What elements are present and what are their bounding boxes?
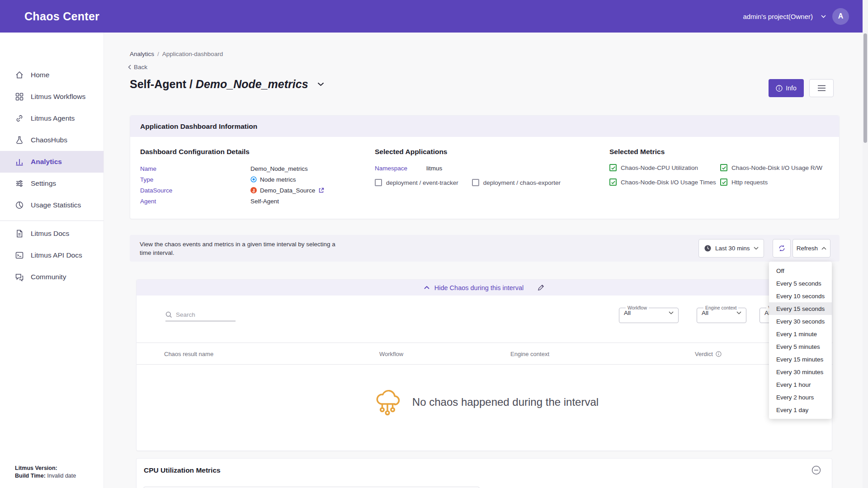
checkbox-label: Chaos-Node-Disk I/O Usage Times bbox=[621, 179, 716, 186]
sidebar-item-label: Community bbox=[31, 273, 66, 281]
refresh-option[interactable]: Every 2 hours bbox=[769, 391, 832, 404]
checkbox-unchecked-icon[interactable] bbox=[472, 179, 479, 186]
external-link-icon[interactable] bbox=[318, 188, 324, 193]
chaos-toggle-label: Hide Chaos during this interval bbox=[434, 284, 524, 291]
sidebar-nav: Home Litmus Workflows Litmus Agents Chao… bbox=[0, 33, 104, 288]
application-checkbox-item: deployment / chaos-exporter bbox=[472, 179, 561, 186]
chevron-up-icon bbox=[821, 247, 826, 250]
metric-checkbox-item: Chaos-Node-CPU Utilization bbox=[609, 164, 720, 171]
config-label: Type bbox=[140, 176, 250, 183]
refresh-option[interactable]: Every 30 seconds bbox=[769, 315, 832, 328]
sidebar-item-home[interactable]: Home bbox=[0, 64, 104, 86]
collapse-chevron-up-icon bbox=[424, 286, 429, 289]
community-icon bbox=[15, 272, 24, 282]
sidebar-item-litmus-api-docs[interactable]: Litmus API Docs bbox=[0, 244, 104, 266]
chaos-interval-toggle[interactable]: Hide Chaos during this interval bbox=[137, 280, 832, 296]
sidebar: Home Litmus Workflows Litmus Agents Chao… bbox=[0, 33, 104, 488]
page-title-prefix: Self-Agent / bbox=[130, 78, 196, 90]
chevron-down-icon bbox=[669, 311, 674, 314]
info-button[interactable]: Info bbox=[769, 79, 804, 97]
node-metrics-icon bbox=[250, 176, 257, 183]
sidebar-item-label: Home bbox=[31, 71, 49, 79]
sidebar-item-label: Settings bbox=[31, 179, 56, 188]
scrollbar-thumb[interactable] bbox=[863, 33, 867, 143]
dashboard-switch-chevron-down-icon[interactable] bbox=[317, 82, 324, 86]
column-header-verdict: Verdict bbox=[695, 351, 722, 357]
time-range-select[interactable]: Last 30 mins bbox=[698, 239, 764, 258]
refresh-now-button[interactable] bbox=[773, 239, 791, 258]
sidebar-item-chaoshubs[interactable]: ChaosHubs bbox=[0, 129, 104, 151]
scrollbar-track[interactable] bbox=[863, 0, 868, 488]
sidebar-item-community[interactable]: Community bbox=[0, 266, 104, 288]
sidebar-item-label: ChaosHubs bbox=[31, 136, 67, 144]
dashboard-config-section: Dashboard Configuration Details Name Dem… bbox=[140, 148, 324, 206]
refresh-option-selected[interactable]: Every 15 seconds bbox=[769, 302, 832, 315]
avatar[interactable]: A bbox=[832, 8, 849, 25]
config-value: Demo_Node_metrics bbox=[250, 165, 308, 172]
chaos-cloud-icon bbox=[371, 387, 404, 417]
chaos-table-header: Chaos result name Workflow Engine contex… bbox=[137, 343, 833, 365]
checkbox-checked-icon[interactable] bbox=[609, 164, 617, 171]
options-menu-button[interactable] bbox=[809, 79, 834, 97]
refresh-icon bbox=[778, 244, 786, 253]
prometheus-icon bbox=[250, 187, 257, 193]
column-header: Chaos result name bbox=[164, 351, 213, 357]
sidebar-item-label: Litmus Agents bbox=[31, 114, 75, 122]
refresh-option[interactable]: Every 15 minutes bbox=[769, 353, 832, 366]
refresh-option[interactable]: Every 1 hour bbox=[769, 378, 832, 391]
dashboard-info-body: Dashboard Configuration Details Name Dem… bbox=[130, 137, 839, 220]
refresh-option[interactable]: Every 5 seconds bbox=[769, 277, 832, 290]
settings-icon bbox=[15, 179, 24, 188]
build-time-label: Build Time: bbox=[15, 473, 46, 479]
checkbox-checked-icon[interactable] bbox=[720, 164, 727, 171]
back-button[interactable]: Back bbox=[128, 64, 147, 70]
cpu-metrics-title: CPU Utilization Metrics bbox=[144, 466, 221, 474]
refresh-option[interactable]: Every 1 day bbox=[769, 404, 832, 416]
sidebar-item-settings[interactable]: Settings bbox=[0, 173, 104, 194]
workflows-icon bbox=[15, 92, 24, 101]
sidebar-item-label: Litmus Docs bbox=[31, 230, 69, 238]
search-input[interactable] bbox=[176, 311, 230, 318]
info-icon[interactable] bbox=[716, 351, 722, 357]
config-row-datasource: DataSource Demo_Data_Source bbox=[140, 185, 324, 196]
chaos-interval-card: Hide Chaos during this interval Workflow… bbox=[136, 279, 832, 451]
home-icon bbox=[15, 70, 24, 80]
sidebar-item-analytics[interactable]: Analytics bbox=[0, 151, 104, 173]
sidebar-item-litmus-docs[interactable]: Litmus Docs bbox=[0, 223, 104, 244]
workflow-filter[interactable]: Workflow All bbox=[619, 305, 679, 323]
collapse-minus-icon[interactable] bbox=[811, 465, 821, 475]
refresh-option[interactable]: Every 30 minutes bbox=[769, 366, 832, 378]
edit-pencil-icon[interactable] bbox=[538, 284, 544, 291]
refresh-option[interactable]: Every 1 minute bbox=[769, 328, 832, 340]
engine-context-filter[interactable]: Engine context All bbox=[697, 305, 746, 323]
metric-checkbox-item: Chaos-Node-Disk I/O Usage R/W bbox=[720, 164, 822, 171]
column-header-label: Verdict bbox=[695, 351, 713, 357]
engine-context-filter-label: Engine context bbox=[703, 305, 738, 310]
agents-icon bbox=[15, 114, 24, 123]
sidebar-item-litmus-workflows[interactable]: Litmus Workflows bbox=[0, 86, 104, 108]
checkbox-checked-icon[interactable] bbox=[720, 178, 727, 186]
refresh-interval-dropdown[interactable]: Refresh bbox=[793, 239, 830, 258]
refresh-option[interactable]: Off bbox=[769, 264, 832, 277]
sidebar-item-usage-statistics[interactable]: Usage Statistics bbox=[0, 194, 104, 216]
cpu-metrics-card: CPU Utilization Metrics bbox=[136, 458, 832, 488]
refresh-option[interactable]: Every 10 seconds bbox=[769, 290, 832, 302]
checkbox-unchecked-icon[interactable] bbox=[375, 179, 382, 186]
sidebar-item-label: Litmus Workflows bbox=[31, 93, 85, 101]
breadcrumb-analytics[interactable]: Analytics bbox=[130, 51, 154, 57]
breadcrumb: Analytics / Application-dashboard bbox=[130, 51, 223, 57]
checkbox-checked-icon[interactable] bbox=[609, 178, 617, 186]
sidebar-item-litmus-agents[interactable]: Litmus Agents bbox=[0, 108, 104, 129]
refresh-option[interactable]: Every 5 minutes bbox=[769, 340, 832, 353]
sidebar-item-label: Analytics bbox=[31, 158, 62, 166]
applications-section-title: Selected Applications bbox=[375, 148, 561, 156]
checkbox-label: Chaos-Node-CPU Utilization bbox=[621, 164, 698, 171]
litmus-version-label: Litmus Version: bbox=[15, 465, 57, 471]
selected-applications-section: Selected Applications Namespace litmus d… bbox=[375, 148, 561, 186]
project-selector[interactable]: admin's project(Owner) bbox=[743, 13, 813, 20]
config-value: Demo_Data_Source bbox=[260, 187, 315, 194]
chaos-search bbox=[165, 311, 236, 321]
chevron-down-icon[interactable] bbox=[821, 15, 826, 18]
chevron-down-icon bbox=[736, 311, 741, 314]
topbar-right: admin's project(Owner) A bbox=[743, 0, 849, 33]
